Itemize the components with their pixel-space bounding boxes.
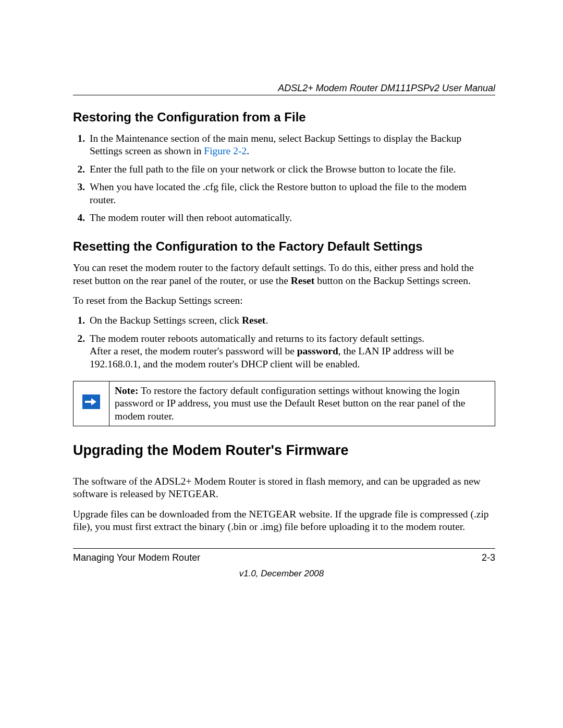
- reset-steps-list: On the Backup Settings screen, click Res…: [73, 314, 495, 371]
- paragraph-text: After a reset, the modem router's passwo…: [90, 346, 297, 356]
- document-page: ADSL2+ Modem Router DM111PSPv2 User Manu…: [0, 0, 563, 728]
- body-paragraph: To reset from the Backup Settings screen…: [73, 294, 495, 307]
- paragraph-text: button on the Backup Settings screen.: [314, 275, 471, 286]
- footer-page-number: 2-3: [482, 552, 495, 564]
- arrow-right-icon: [82, 394, 100, 409]
- note-box: Note: To restore the factory default con…: [73, 381, 495, 426]
- footer-section-name: Managing Your Modem Router: [73, 552, 200, 564]
- step-text: When you have located the .cfg file, cli…: [90, 181, 467, 205]
- figure-link[interactable]: Figure 2-2: [204, 145, 247, 156]
- list-item: In the Maintenance section of the main m…: [88, 132, 495, 158]
- note-body: To restore the factory default configura…: [115, 385, 465, 422]
- header-rule: [73, 95, 495, 95]
- footer-rule: [73, 548, 495, 549]
- step-text: The modem router reboots automatically a…: [90, 333, 424, 344]
- heading-resetting: Resetting the Configuration to the Facto…: [73, 239, 495, 254]
- body-paragraph: After a reset, the modem router's passwo…: [90, 345, 495, 371]
- list-item: On the Backup Settings screen, click Res…: [88, 314, 495, 327]
- bold-text: Reset: [291, 275, 314, 286]
- step-text: Enter the full path to the file on your …: [90, 164, 456, 175]
- body-paragraph: The software of the ADSL2+ Modem Router …: [73, 475, 495, 501]
- step-text: On the Backup Settings screen, click: [90, 315, 242, 326]
- note-label: Note:: [115, 385, 138, 396]
- step-text: .: [265, 315, 268, 326]
- list-item: When you have located the .cfg file, cli…: [88, 181, 495, 206]
- page-content: Restoring the Configuration from a File …: [73, 109, 495, 533]
- heading-restoring: Restoring the Configuration from a File: [73, 109, 495, 125]
- body-paragraph: Upgrade files can be downloaded from the…: [73, 508, 495, 534]
- note-text-cell: Note: To restore the factory default con…: [109, 381, 495, 426]
- restore-steps-list: In the Maintenance section of the main m…: [73, 132, 495, 224]
- step-text: .: [247, 145, 249, 156]
- footer-line: Managing Your Modem Router 2-3: [73, 552, 495, 564]
- bold-text: password: [297, 346, 338, 356]
- list-item: The modem router reboots automatically a…: [88, 332, 495, 371]
- body-paragraph: You can reset the modem router to the fa…: [73, 262, 495, 287]
- footer-version: v1.0, December 2008: [0, 568, 563, 579]
- list-item: The modem router will then reboot automa…: [88, 212, 495, 224]
- bold-text: Reset: [242, 315, 265, 326]
- step-text: The modem router will then reboot automa…: [90, 212, 292, 223]
- heading-upgrading: Upgrading the Modem Router's Firmware: [73, 442, 495, 460]
- step-text: In the Maintenance section of the main m…: [90, 133, 461, 156]
- note-icon-cell: [74, 381, 109, 426]
- running-header: ADSL2+ Modem Router DM111PSPv2 User Manu…: [278, 82, 495, 94]
- list-item: Enter the full path to the file on your …: [88, 163, 495, 176]
